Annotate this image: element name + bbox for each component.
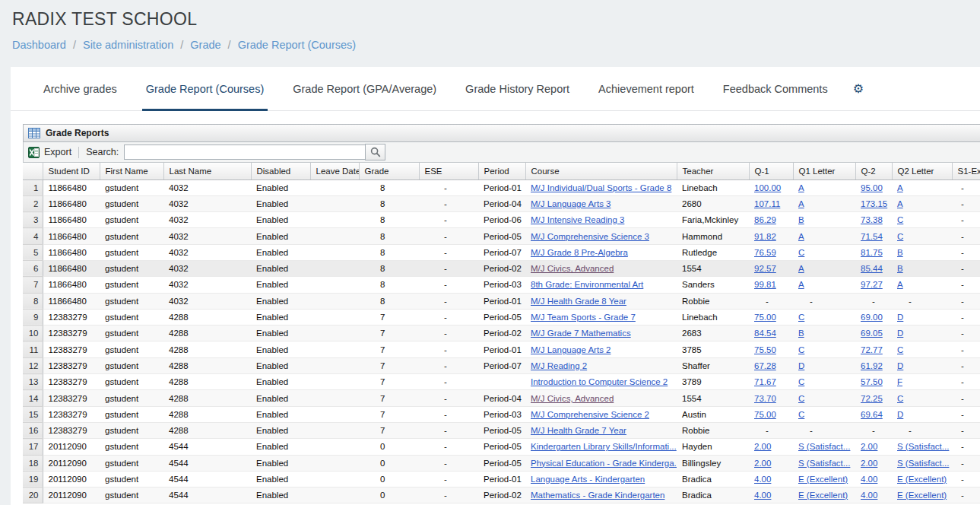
course-link[interactable]: M/J Comprehensive Science 2 <box>531 410 649 419</box>
q2_letter-link[interactable]: S (Satisfact... <box>897 442 949 451</box>
table-row[interactable]: 1920112090gstudent4544Enabled0-Period-01… <box>23 471 980 487</box>
q2_letter-link[interactable]: A <box>897 280 903 289</box>
q2-link[interactable]: 81.75 <box>861 248 883 257</box>
course-link[interactable]: Language Arts - Kindergarten <box>531 475 645 484</box>
q2-link[interactable]: 2.00 <box>861 459 877 468</box>
table-row[interactable]: 111866480gstudent4032Enabled8-Period-01M… <box>23 179 980 195</box>
q1_letter-link[interactable]: B <box>798 215 804 224</box>
column-header-course[interactable]: Course <box>525 163 677 179</box>
column-header-leave_date[interactable]: Leave Date <box>310 163 359 179</box>
q1_letter-link[interactable]: A <box>798 199 804 208</box>
q2-link[interactable]: 57.50 <box>861 377 883 386</box>
column-header-q1_letter[interactable]: Q1 Letter <box>793 163 855 179</box>
q2-link[interactable]: 95.00 <box>861 183 883 192</box>
table-row[interactable]: 1112383279gstudent4288Enabled7-Period-01… <box>23 341 980 357</box>
column-header-disabled[interactable]: Disabled <box>251 163 310 179</box>
course-link[interactable]: M/J Civics, Advanced <box>531 264 614 273</box>
q2-link[interactable]: 61.92 <box>861 361 883 370</box>
table-row[interactable]: 1212383279gstudent4288Enabled7-Period-07… <box>23 357 980 373</box>
q2_letter-link[interactable]: D <box>897 410 903 419</box>
q1-link[interactable]: 73.70 <box>754 394 776 403</box>
course-link[interactable]: M/J Language Arts 3 <box>531 199 611 208</box>
q1-link[interactable]: 91.82 <box>754 232 776 241</box>
q1-link[interactable]: 84.54 <box>754 329 776 338</box>
q1_letter-link[interactable]: A <box>798 232 804 241</box>
table-row[interactable]: 511866480gstudent4032Enabled8-Period-07M… <box>23 244 980 260</box>
q2-link[interactable]: 72.77 <box>861 345 883 354</box>
table-row[interactable]: 1820112090gstudent4544Enabled0-Period-05… <box>23 455 980 471</box>
q2_letter-link[interactable]: C <box>897 345 903 354</box>
column-header-ese[interactable]: ESE <box>419 163 478 179</box>
q1_letter-link[interactable]: B <box>798 329 804 338</box>
course-link[interactable]: M/J Intensive Reading 3 <box>531 215 624 224</box>
course-link[interactable]: M/J Reading 2 <box>531 361 587 370</box>
course-link[interactable]: M/J Language Arts 2 <box>531 345 611 354</box>
q2_letter-link[interactable]: D <box>897 329 903 338</box>
table-row[interactable]: 611866480gstudent4032Enabled8-Period-02M… <box>23 260 980 276</box>
q1_letter-link[interactable]: S (Satisfact... <box>798 442 850 451</box>
course-link[interactable]: M/J Grade 7 Mathematics <box>531 329 631 338</box>
column-header-q2[interactable]: Q-2 <box>855 163 892 179</box>
q1_letter-link[interactable]: A <box>798 280 804 289</box>
q1-link[interactable]: 99.81 <box>754 280 776 289</box>
q2_letter-link[interactable]: S (Satisfact... <box>897 459 949 468</box>
breadcrumb-link-dashboard[interactable]: Dashboard <box>12 39 66 51</box>
q1-link[interactable]: 67.28 <box>754 361 776 370</box>
column-header-student_id[interactable]: Student ID <box>43 163 100 179</box>
q2-link[interactable]: 85.44 <box>861 264 883 273</box>
course-link[interactable]: M/J Civics, Advanced <box>531 394 614 403</box>
q1-link[interactable]: 75.00 <box>754 410 776 419</box>
column-header-period[interactable]: Period <box>478 163 525 179</box>
column-header-q2_letter[interactable]: Q2 Letter <box>892 163 952 179</box>
q1-link[interactable]: 2.00 <box>754 459 771 468</box>
table-row[interactable]: 1612383279gstudent4288Enabled7-Period-05… <box>23 422 980 438</box>
q2_letter-link[interactable]: E (Excellent) <box>897 491 947 500</box>
column-header-q1[interactable]: Q-1 <box>749 163 793 179</box>
q1_letter-link[interactable]: D <box>798 361 804 370</box>
q2-link[interactable]: 71.54 <box>861 232 883 241</box>
q2-link[interactable]: 4.00 <box>861 491 877 500</box>
q1-link[interactable]: 100.00 <box>754 183 781 192</box>
q1-link[interactable]: 75.50 <box>754 345 776 354</box>
q2-link[interactable]: 69.00 <box>861 313 883 322</box>
course-link[interactable]: M/J Individual/Dual Sports - Grade 8 <box>531 183 671 192</box>
breadcrumb-link-site-administration[interactable]: Site administration <box>83 39 173 51</box>
q2_letter-link[interactable]: B <box>897 248 903 257</box>
q2_letter-link[interactable]: C <box>897 232 903 241</box>
course-link[interactable]: 8th Grade: Environmental Art <box>531 280 643 289</box>
q2-link[interactable]: 73.38 <box>861 215 883 224</box>
table-row[interactable]: 711866480gstudent4032Enabled8-Period-038… <box>23 277 980 293</box>
breadcrumb-link-grade[interactable]: Grade <box>190 39 220 51</box>
q1-link[interactable]: 71.67 <box>754 377 776 386</box>
q1-link[interactable]: 2.00 <box>754 442 771 451</box>
q1-link[interactable]: 92.57 <box>754 264 776 273</box>
tab-achievement-report[interactable]: Achievement report <box>584 67 709 110</box>
course-link[interactable]: M/J Health Grade 8 Year <box>531 297 626 306</box>
table-row[interactable]: 2020112090gstudent4544Enabled0-Period-02… <box>23 488 980 503</box>
column-header-s1_exam[interactable]: S1-Exa <box>952 163 980 179</box>
q2_letter-link[interactable]: C <box>897 215 903 224</box>
tab-grade-report-courses[interactable]: Grade Report (Courses) <box>132 67 279 110</box>
q1-link[interactable]: 86.29 <box>754 215 776 224</box>
table-row[interactable]: 1012383279gstudent4288Enabled7-Period-02… <box>23 326 980 341</box>
q2_letter-link[interactable]: D <box>897 313 903 322</box>
course-link[interactable]: Kindergarten Library Skills/Informati... <box>531 442 677 451</box>
q2-link[interactable]: 69.05 <box>861 329 883 338</box>
q1_letter-link[interactable]: E (Excellent) <box>798 475 848 484</box>
tab-grade-history-report[interactable]: Grade History Report <box>451 67 584 110</box>
table-row[interactable]: 811866480gstudent4032Enabled8-Period-01M… <box>23 293 980 309</box>
course-link[interactable]: Introduction to Computer Science 2 <box>531 377 668 386</box>
q1_letter-link[interactable]: A <box>798 183 804 192</box>
course-link[interactable]: M/J Comprehensive Science 3 <box>531 232 649 241</box>
column-header-teacher[interactable]: Teacher <box>677 163 749 179</box>
course-link[interactable]: M/J Health Grade 7 Year <box>531 426 626 435</box>
tab-feedback-comments[interactable]: Feedback Comments <box>709 67 842 110</box>
q1_letter-link[interactable]: C <box>798 410 804 419</box>
q1-link[interactable]: 75.00 <box>754 313 776 322</box>
q1-link[interactable]: 107.11 <box>754 199 780 208</box>
table-row[interactable]: 1720112090gstudent4544Enabled0-Period-05… <box>23 439 980 455</box>
q1-link[interactable]: 76.59 <box>754 248 776 257</box>
q1-link[interactable]: 4.00 <box>754 475 771 484</box>
column-header-num[interactable] <box>23 163 43 179</box>
q1_letter-link[interactable]: A <box>798 264 804 273</box>
